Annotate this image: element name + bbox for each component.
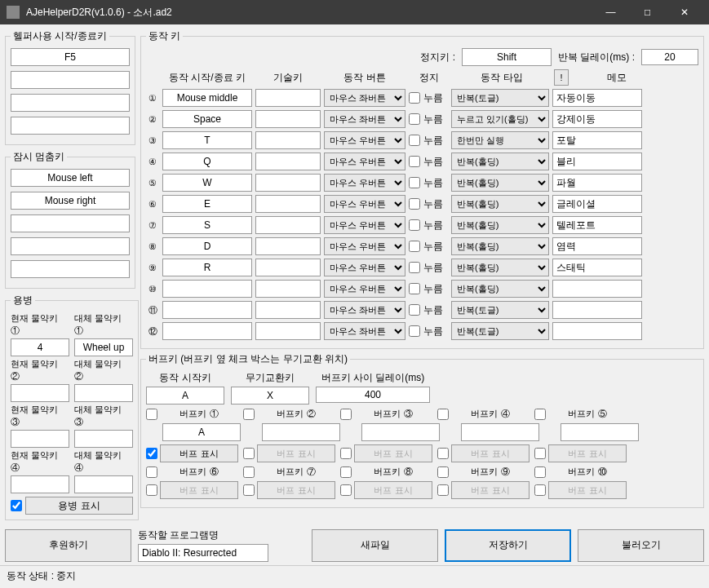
stop-check[interactable] bbox=[409, 135, 420, 146]
action-key-field[interactable] bbox=[162, 89, 252, 107]
skill-field[interactable] bbox=[255, 153, 321, 170]
skill-field[interactable] bbox=[255, 259, 321, 276]
buff-key-field[interactable] bbox=[561, 423, 639, 441]
buff-swap-check[interactable] bbox=[146, 466, 157, 478]
buff-swap-check[interactable] bbox=[437, 466, 449, 478]
merc-cur2[interactable] bbox=[11, 384, 69, 402]
buff-show-check[interactable] bbox=[243, 484, 255, 496]
stop-check[interactable] bbox=[409, 92, 420, 104]
save-button[interactable]: 저장하기 bbox=[445, 529, 571, 562]
hdr-bang[interactable]: ! bbox=[554, 69, 569, 86]
action-key-field[interactable] bbox=[162, 195, 252, 213]
skill-field[interactable] bbox=[255, 131, 321, 149]
merc-alt1[interactable] bbox=[74, 338, 133, 356]
action-button-select[interactable]: 마우스 우버튼 bbox=[324, 174, 405, 192]
action-type-select[interactable]: 반복(홀딩) bbox=[451, 259, 549, 276]
action-key-field[interactable] bbox=[162, 280, 252, 298]
stop-check[interactable] bbox=[409, 156, 420, 167]
buff-swap-check[interactable] bbox=[534, 409, 546, 420]
buff-swap-field[interactable] bbox=[231, 387, 309, 405]
buff-show-button[interactable]: 버프 표시 bbox=[354, 481, 432, 499]
action-button-select[interactable]: 마우스 좌버튼 bbox=[324, 322, 405, 340]
memo-field[interactable] bbox=[552, 89, 642, 107]
stop-check[interactable] bbox=[409, 283, 420, 294]
stop-check[interactable] bbox=[409, 304, 420, 316]
buff-swap-check[interactable] bbox=[340, 409, 352, 420]
buff-show-button[interactable]: 버프 표시 bbox=[451, 481, 530, 499]
buff-key-field[interactable] bbox=[262, 423, 340, 441]
buff-show-check[interactable] bbox=[146, 484, 157, 496]
skill-field[interactable] bbox=[255, 110, 321, 128]
delay-field[interactable] bbox=[641, 49, 698, 65]
buff-show-check[interactable] bbox=[340, 448, 352, 459]
skill-field[interactable] bbox=[255, 280, 321, 298]
pause-key-1[interactable] bbox=[11, 169, 130, 187]
buff-show-check[interactable] bbox=[243, 448, 255, 459]
merc-alt4[interactable] bbox=[74, 475, 133, 493]
action-type-select[interactable]: 반복(홀딩) bbox=[451, 153, 549, 170]
action-button-select[interactable]: 마우스 우버튼 bbox=[324, 153, 405, 170]
buff-key-field[interactable] bbox=[461, 423, 539, 441]
action-key-field[interactable] bbox=[162, 153, 252, 170]
buff-swap-check[interactable] bbox=[534, 466, 546, 478]
sponsor-button[interactable]: 후원하기 bbox=[5, 529, 131, 562]
buff-show-button[interactable]: 버프 표시 bbox=[257, 481, 335, 499]
merc-alt3[interactable] bbox=[74, 430, 133, 448]
memo-field[interactable] bbox=[552, 322, 642, 340]
buff-show-button[interactable]: 버프 표시 bbox=[160, 444, 238, 462]
action-button-select[interactable]: 마우스 우버튼 bbox=[324, 237, 405, 255]
buff-show-button[interactable]: 버프 표시 bbox=[548, 444, 627, 462]
buff-show-button[interactable]: 버프 표시 bbox=[160, 481, 238, 499]
merc-alt2[interactable] bbox=[74, 384, 133, 402]
skill-field[interactable] bbox=[255, 89, 321, 107]
skill-field[interactable] bbox=[255, 301, 321, 319]
skill-field[interactable] bbox=[255, 322, 321, 340]
maximize-button[interactable]: □ bbox=[629, 0, 666, 24]
action-type-select[interactable]: 반복(토글) bbox=[451, 322, 549, 340]
helper-key-1[interactable] bbox=[11, 48, 130, 66]
merc-cur3[interactable] bbox=[11, 430, 69, 448]
action-button-select[interactable]: 마우스 좌버튼 bbox=[324, 110, 405, 128]
action-key-field[interactable] bbox=[162, 237, 252, 255]
action-button-select[interactable]: 마우스 좌버튼 bbox=[324, 89, 405, 107]
action-key-field[interactable] bbox=[162, 301, 252, 319]
action-button-select[interactable]: 마우스 좌버튼 bbox=[324, 301, 405, 319]
action-key-field[interactable] bbox=[162, 110, 252, 128]
action-type-select[interactable]: 반복(토글) bbox=[451, 301, 549, 319]
action-type-select[interactable]: 한번만 실행 bbox=[451, 131, 549, 149]
buff-swap-check[interactable] bbox=[243, 466, 255, 478]
program-field[interactable] bbox=[138, 544, 268, 562]
pause-key-4[interactable] bbox=[11, 237, 130, 255]
stop-check[interactable] bbox=[409, 241, 420, 252]
helper-key-2[interactable] bbox=[11, 71, 130, 89]
buff-show-check[interactable] bbox=[340, 484, 352, 496]
action-key-field[interactable] bbox=[162, 131, 252, 149]
buff-show-check[interactable] bbox=[534, 484, 546, 496]
merc-show-button[interactable]: 용병 표시 bbox=[25, 497, 133, 515]
memo-field[interactable] bbox=[552, 259, 642, 276]
buff-show-button[interactable]: 버프 표시 bbox=[548, 481, 627, 499]
action-button-select[interactable]: 마우스 우버튼 bbox=[324, 195, 405, 213]
buff-show-check[interactable] bbox=[146, 448, 157, 459]
memo-field[interactable] bbox=[552, 216, 642, 234]
buff-show-button[interactable]: 버프 표시 bbox=[354, 444, 432, 462]
buff-show-button[interactable]: 버프 표시 bbox=[451, 444, 530, 462]
memo-field[interactable] bbox=[552, 280, 642, 298]
buff-swap-check[interactable] bbox=[437, 409, 449, 420]
buff-show-check[interactable] bbox=[437, 448, 449, 459]
skill-field[interactable] bbox=[255, 195, 321, 213]
stop-check[interactable] bbox=[409, 113, 420, 125]
action-button-select[interactable]: 마우스 우버튼 bbox=[324, 259, 405, 276]
buff-delay-field[interactable] bbox=[316, 387, 430, 403]
action-type-select[interactable]: 누르고 있기(홀딩) bbox=[451, 110, 549, 128]
buff-key-field[interactable] bbox=[361, 423, 440, 441]
merc-cur1[interactable] bbox=[11, 338, 69, 356]
action-key-field[interactable] bbox=[162, 259, 252, 276]
memo-field[interactable] bbox=[552, 195, 642, 213]
action-key-field[interactable] bbox=[162, 322, 252, 340]
stop-check[interactable] bbox=[409, 177, 420, 188]
load-button[interactable]: 불러오기 bbox=[578, 529, 704, 562]
memo-field[interactable] bbox=[552, 301, 642, 319]
action-type-select[interactable]: 반복(홀딩) bbox=[451, 174, 549, 192]
buff-swap-check[interactable] bbox=[243, 409, 255, 420]
